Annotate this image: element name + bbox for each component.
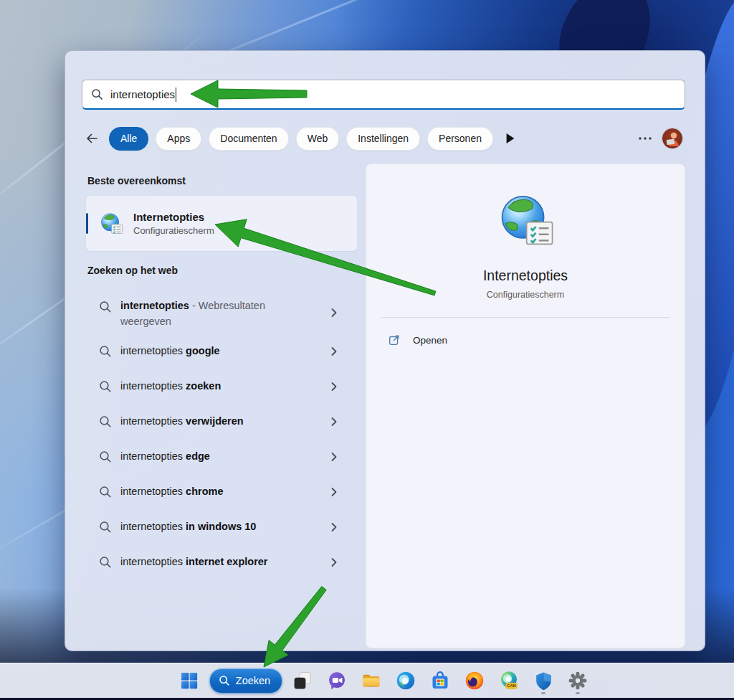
taskbar-search-label: Zoeken [236,675,270,686]
preview-subtitle: Configuratiescherm [487,290,564,300]
tab-instellingen[interactable]: Instellingen [346,127,420,151]
best-match-title: Internetopties [133,211,214,223]
firefox-icon [464,671,485,691]
search-icon [99,486,112,498]
selection-accent-bar [86,213,88,234]
internet-options-globe-icon [99,212,123,236]
preview-title: Internetopties [483,268,568,284]
chevron-right-icon [330,346,338,356]
search-icon [99,521,112,534]
user-avatar[interactable] [662,128,682,148]
text-caret [176,88,176,102]
task-view-icon [292,671,313,691]
suggestion-row[interactable]: internetopties verwijderen [82,404,357,439]
chevron-right-icon [330,487,338,497]
settings-gear-icon [568,671,588,691]
web-search-header: Zoeken op het web [87,265,357,276]
firefox-button[interactable] [460,666,489,695]
suggestion-row[interactable]: internetopties chrome [82,474,357,509]
search-icon [99,450,112,463]
suggestion-text: internetopties - Webresultaten weergeven [120,298,301,330]
taskbar: Zoeken [0,663,734,698]
search-icon [99,556,112,569]
best-match-subtitle: Configuratiescherm [133,225,214,236]
tab-web[interactable]: Web [296,127,340,151]
ellipsis-icon[interactable] [635,128,655,148]
store-icon [430,671,450,691]
suggestion-row[interactable]: internetopties - Webresultaten weergeven [82,292,357,334]
search-icon [219,675,230,686]
task-view-button[interactable] [288,666,317,695]
suggestion-text: internetopties chrome [120,484,223,500]
suggestion-text: internetopties edge [120,449,210,465]
open-action[interactable]: Openen [375,326,676,354]
chevron-right-icon [330,382,338,392]
tab-personen[interactable]: Personen [427,127,493,151]
internet-options-globe-icon [496,191,555,253]
chevron-right-icon [330,417,338,427]
edge-icon [396,671,416,691]
edge-button[interactable] [391,666,420,695]
suggestion-row[interactable]: internetopties google [82,334,357,369]
store-button[interactable] [426,666,454,695]
suggestion-row[interactable]: internetopties zoeken [82,369,357,404]
suggestion-text: internetopties zoeken [120,379,221,394]
defender-icon [534,671,553,691]
suggestion-text: internetopties internet explorer [120,554,268,570]
chevron-right-icon [330,557,338,567]
search-filter-tabs: Alle Apps Documenten Web Instellingen Pe… [82,124,685,153]
tab-documenten[interactable]: Documenten [209,127,288,151]
edge-canary-button[interactable]: CAN [495,666,523,695]
search-input-value: internetopties [110,88,175,100]
web-suggestions-list: internetopties - Webresultaten weergeven… [82,292,357,580]
open-action-label: Openen [413,335,447,346]
search-results-area: Beste overeenkomst [82,164,685,648]
best-match-header: Beste overeenkomst [87,175,357,186]
search-input[interactable]: internetopties [82,80,685,110]
file-explorer-icon [361,671,381,691]
open-external-icon [388,334,401,346]
suggestion-text: internetopties in windows 10 [120,519,256,535]
search-icon [99,380,112,393]
chevron-right-icon [330,522,338,532]
chat-button[interactable] [323,666,351,695]
search-icon [99,301,112,313]
back-arrow-icon[interactable] [82,128,102,148]
defender-button[interactable] [529,666,558,695]
results-column: Beste overeenkomst [82,164,357,648]
file-explorer-button[interactable] [357,666,386,695]
best-match-result[interactable]: Internetopties Configuratiescherm [86,196,357,251]
suggestion-text: internetopties google [120,344,220,359]
settings-button[interactable] [563,666,592,695]
edge-canary-icon: CAN [499,671,519,691]
tab-alle[interactable]: Alle [109,127,148,151]
search-flyout-window: internetopties Alle Apps Documenten Web … [65,50,705,651]
search-icon [99,345,112,358]
suggestion-row[interactable]: internetopties edge [82,439,357,474]
chat-icon [327,671,347,691]
search-icon [91,88,103,100]
chevron-right-icon [330,308,338,318]
start-icon [180,671,199,690]
tab-apps[interactable]: Apps [156,127,201,151]
preview-divider [381,317,670,318]
suggestion-text: internetopties verwijderen [120,414,244,430]
suggestion-row[interactable]: internetopties internet explorer [82,544,357,580]
chevron-right-icon [330,452,338,462]
start-button[interactable] [175,666,204,695]
more-filters-play-icon[interactable] [500,128,520,148]
preview-panel: Internetopties Configuratiescherm Openen [366,164,685,648]
search-icon [99,415,112,428]
desktop: internetopties Alle Apps Documenten Web … [0,0,734,700]
taskbar-search-button[interactable]: Zoeken [209,668,282,694]
svg-text:CAN: CAN [507,684,516,688]
suggestion-row[interactable]: internetopties in windows 10 [82,509,357,544]
best-match-text: Internetopties Configuratiescherm [133,211,214,236]
